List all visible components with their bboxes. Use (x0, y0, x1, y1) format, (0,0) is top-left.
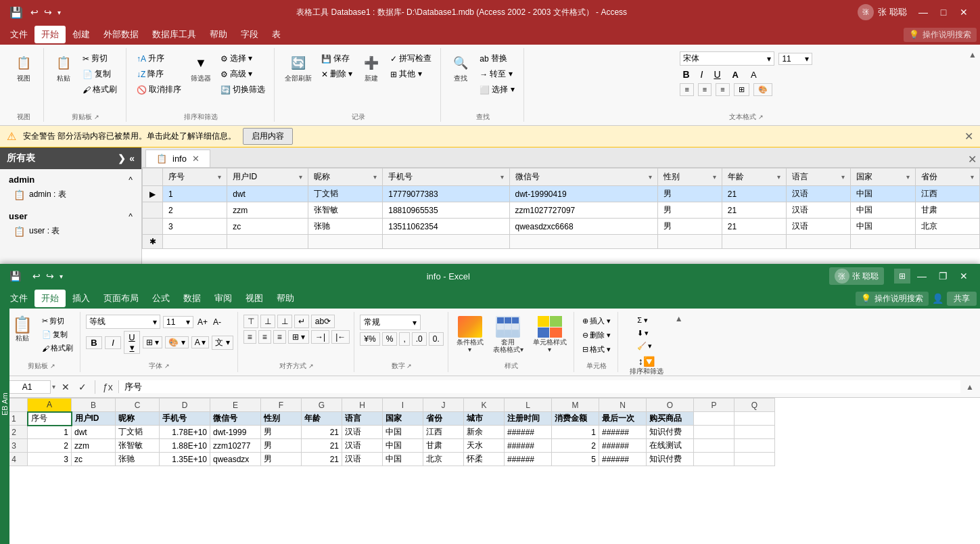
cell-seq-1[interactable]: 1 (163, 186, 227, 202)
security-close-btn[interactable]: ✕ (964, 130, 973, 143)
bold-btn[interactable]: B (680, 68, 692, 81)
access-redo-btn[interactable]: ↪ (42, 5, 54, 19)
excel-cell-d3[interactable]: 1.88E+10 (160, 439, 210, 453)
excel-cell-e4[interactable]: qweasdzx (210, 453, 261, 466)
col-header-e[interactable]: E (210, 399, 261, 412)
excel-orient-btn[interactable]: ab⟳ (311, 315, 335, 328)
cell-wechat-1[interactable]: dwt-19990419 (509, 186, 657, 202)
ribbon-spell-btn[interactable]: ✓ 拼写检查 (387, 51, 435, 66)
excel-menu-view[interactable]: 视图 (239, 290, 270, 307)
col-header-m[interactable]: M (552, 399, 599, 412)
col-header-j[interactable]: J (423, 399, 464, 412)
excel-cell-i1[interactable]: 国家 (383, 412, 423, 426)
excel-bot-align-btn[interactable]: ⊥ (277, 315, 292, 328)
access-menu-external[interactable]: 外部数据 (97, 26, 145, 43)
excel-cell-n1[interactable]: 最后一次 (599, 412, 647, 426)
col-age-header[interactable]: 年龄 ▾ (722, 168, 786, 186)
ribbon-paste-btn[interactable]: 📋 粘贴 (51, 51, 76, 85)
access-menu-table[interactable]: 表 (265, 26, 287, 43)
excel-cell-b4[interactable]: zc (72, 453, 116, 466)
col-seq-header[interactable]: 序号 ▾ (163, 168, 227, 186)
wechat-filter-icon[interactable]: ▾ (649, 173, 652, 181)
cell-lang-3[interactable]: 汉语 (787, 219, 851, 235)
ribbon-toggle-filter-btn[interactable]: 🔄 切换筛选 (217, 83, 269, 97)
excel-cell-h1[interactable]: 语言 (342, 412, 383, 426)
excel-menu-insert[interactable]: 插入 (66, 290, 97, 307)
excel-cell-m1[interactable]: 消费金额 (552, 412, 599, 426)
nickname-filter-icon[interactable]: ▾ (373, 173, 377, 181)
excel-undo-btn[interactable]: ↩ (30, 269, 43, 283)
access-menu-dbtools[interactable]: 数据库工具 (145, 26, 203, 43)
sidebar-expand-btn[interactable]: ❯ (118, 153, 126, 164)
excel-cell-e3[interactable]: zzm10277 (210, 439, 261, 453)
cell-age-3[interactable]: 21 (722, 219, 786, 235)
excel-cell-q1[interactable] (734, 412, 775, 426)
cell-gender-1[interactable]: 男 (657, 186, 722, 202)
formula-expand-btn[interactable]: ▲ (963, 382, 977, 392)
excel-cell-j2[interactable]: 江西 (423, 426, 464, 439)
cell-userid-2[interactable]: zzm (227, 202, 308, 219)
excel-cut-btn[interactable]: ✂ 剪切 (39, 315, 76, 327)
excel-cell-e2[interactable]: dwt-1999 (210, 426, 261, 439)
access-menu-help[interactable]: 帮助 (203, 26, 234, 43)
excel-cell-p1[interactable] (694, 412, 734, 426)
excel-cell-i4[interactable]: 中国 (383, 453, 423, 466)
excel-menu-review[interactable]: 审阅 (208, 290, 239, 307)
excel-copy-btn[interactable]: 📄 复制 (39, 328, 76, 341)
excel-cell-c2[interactable]: 丁文韬 (116, 426, 160, 439)
cell-province-2[interactable]: 甘肃 (915, 202, 979, 219)
ribbon-format-brush-btn[interactable]: 🖌 格式刷 (79, 83, 120, 97)
excel-dec-size-btn[interactable]: A- (212, 316, 223, 328)
excel-cell-q4[interactable] (734, 453, 775, 466)
excel-cell-g2[interactable]: 21 (302, 426, 342, 439)
new-cell-userid[interactable] (227, 235, 308, 249)
excel-underline-btn[interactable]: U ▾ (124, 331, 140, 354)
excel-indent-btn[interactable]: →| (311, 330, 329, 344)
excel-menu-help[interactable]: 帮助 (270, 290, 301, 307)
excel-group-btn[interactable]: ⊞ (894, 269, 910, 284)
excel-cond-format-btn[interactable]: 条件格式▾ (454, 315, 486, 355)
col-header-d[interactable]: D (160, 399, 210, 412)
new-cell-country[interactable] (851, 235, 915, 249)
excel-border-btn[interactable]: ⊞ ▾ (143, 336, 162, 348)
tab-close-btn[interactable]: ✕ (192, 154, 200, 164)
col-header-k[interactable]: K (464, 399, 505, 412)
excel-cell-n3[interactable]: ###### (599, 439, 647, 453)
cell-lang-1[interactable]: 汉语 (787, 186, 851, 202)
ribbon-more-btn[interactable]: ⊞ 其他 ▾ (387, 67, 435, 81)
excel-grid-scroll[interactable]: A B C D E F G H I J K L M N O (0, 398, 980, 544)
excel-cell-a2[interactable]: 1 (28, 426, 72, 439)
excel-cell-o4[interactable]: 知识付费 (647, 453, 694, 466)
table-row[interactable]: 3 zc 张驰 13511062354 qweasdzxc6668 男 21 汉… (143, 219, 980, 235)
cell-nickname-1[interactable]: 丁文韬 (308, 186, 383, 202)
excel-cell-j3[interactable]: 甘肃 (423, 439, 464, 453)
excel-menu-formula[interactable]: 公式 (145, 290, 177, 307)
excel-autosum-btn[interactable]: Σ ▾ (634, 315, 651, 326)
cell-phone-2[interactable]: 18810965535 (383, 202, 509, 219)
new-cell-seq[interactable] (163, 235, 227, 249)
ribbon-find-btn[interactable]: 🔍 查找 (448, 51, 473, 85)
excel-outdent-btn[interactable]: |← (331, 330, 350, 344)
formula-input[interactable] (118, 380, 960, 393)
sidebar-item-user-table[interactable]: 📋 user : 表 (5, 223, 136, 239)
cell-nickname-2[interactable]: 张智敏 (308, 202, 383, 219)
excel-cell-j1[interactable]: 省份 (423, 412, 464, 426)
excel-format-cell-btn[interactable]: ⊟ 格式 ▾ (580, 343, 613, 356)
cell-gender-3[interactable]: 男 (657, 219, 722, 235)
excel-minimize-btn[interactable]: — (912, 269, 931, 284)
ribbon-save-record-btn[interactable]: 💾 保存 (318, 51, 356, 66)
excel-cell-n4[interactable]: ###### (599, 453, 647, 466)
sidebar-user-header[interactable]: user ^ (5, 209, 136, 223)
excel-cell-m4[interactable]: 5 (552, 453, 599, 466)
col-header-q[interactable]: Q (734, 399, 775, 412)
excel-cell-q2[interactable] (734, 426, 775, 439)
col-header-n[interactable]: N (599, 399, 647, 412)
excel-restore-btn[interactable]: ❐ (933, 269, 952, 284)
bg-color-btn[interactable]: 🎨 (753, 83, 772, 96)
excel-cell-q3[interactable] (734, 439, 775, 453)
new-cell-age[interactable] (722, 235, 786, 249)
country-filter-icon[interactable]: ▾ (906, 173, 910, 181)
new-cell-phone[interactable] (383, 235, 509, 249)
excel-cell-b1[interactable]: 用户ID (72, 412, 116, 426)
excel-cell-c4[interactable]: 张驰 (116, 453, 160, 466)
